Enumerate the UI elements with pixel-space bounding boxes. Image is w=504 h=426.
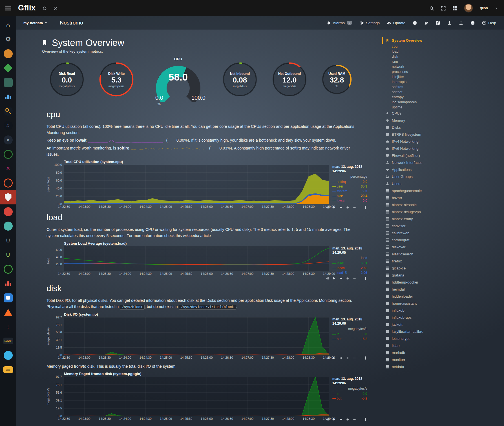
app-red-arrow-icon[interactable]: ↓ — [0, 319, 16, 334]
close-tab-icon[interactable] — [54, 6, 58, 11]
menu-applications[interactable]: Applications — [382, 166, 504, 173]
chart-resize-handle[interactable] — [364, 205, 367, 209]
legend-nice[interactable]: — nice20.4 — [332, 194, 367, 198]
menu-binhex-delugevpn[interactable]: binhex-delugevpn — [382, 208, 504, 215]
app-pink-x-icon[interactable]: × — [0, 161, 16, 176]
menu-home-assistant[interactable]: home-assistant — [382, 300, 504, 307]
menu-user-groups[interactable]: User Groups — [382, 173, 504, 180]
app-lightning-orb-icon[interactable] — [0, 147, 16, 161]
alarms-button[interactable]: Alarms2 — [327, 21, 352, 25]
chart-play-button[interactable] — [333, 417, 336, 421]
chart-zoom-in-button[interactable] — [346, 276, 349, 280]
legend-out[interactable]: — out-5.3 — [332, 337, 367, 342]
facebook-button[interactable] — [436, 21, 440, 25]
print-button[interactable] — [470, 21, 475, 25]
legend-out[interactable]: — out-5.2 — [332, 396, 367, 401]
chart-zoom-out-button[interactable] — [353, 356, 356, 360]
help-button[interactable]: Help — [482, 21, 496, 25]
chart-zoom-in-button[interactable] — [346, 417, 349, 421]
menu-ipc-semaphores[interactable]: ipc semaphores — [382, 100, 504, 105]
refresh-tab-icon[interactable] — [43, 6, 47, 11]
menu-diskover[interactable]: diskover — [382, 244, 504, 251]
twitter-button[interactable] — [424, 21, 428, 25]
fullscreen-icon[interactable] — [441, 5, 446, 10]
menu-influxdb[interactable]: influxdb — [382, 307, 504, 314]
app-dark-x-icon[interactable]: × — [0, 133, 16, 147]
chart-play-button[interactable] — [333, 276, 336, 280]
chart-resize-handle[interactable] — [364, 276, 367, 280]
menu-influxdb-ups[interactable]: influxdb-ups — [382, 314, 504, 321]
chart-fast-forward-button[interactable] — [339, 356, 342, 360]
chart-plot-area[interactable]: 14:22:3014:23:0014:23:3014:24:0014:24:30… — [64, 377, 329, 416]
menu-binhex-emby[interactable]: binhex-emby — [382, 215, 504, 222]
legend-load5[interactable]: — load52.68 — [332, 266, 367, 271]
chart-zoom-out-button[interactable] — [353, 276, 356, 280]
app-sab-icon[interactable]: sab — [0, 362, 16, 377]
app-window-tile-icon[interactable] — [0, 291, 16, 305]
menu-disks[interactable]: Disks — [382, 124, 504, 131]
menu-hiddenloader[interactable]: hiddenloader — [382, 293, 504, 300]
menu-letsencrypt[interactable]: letsencrypt — [382, 335, 504, 342]
legend-load15[interactable]: — load152.06 — [332, 271, 367, 275]
app-droplet-icon[interactable] — [0, 348, 16, 362]
menu-btrfs-filesystem[interactable]: BTRFS filesystem — [382, 131, 504, 138]
chart-system-cpu[interactable]: Total CPU utilization (system.cpu) perce… — [47, 160, 367, 204]
caret-down-icon[interactable] — [495, 6, 498, 11]
app-traffic-bars-icon[interactable] — [0, 276, 16, 291]
app-search-orb-icon[interactable] — [0, 104, 16, 118]
legend-system[interactable]: — system2.3 — [332, 189, 367, 194]
menu-ram[interactable]: ram — [382, 59, 504, 64]
github-button[interactable] — [413, 21, 417, 25]
chart-system-load[interactable]: System Load Average (system.load) load 6… — [47, 241, 367, 275]
app-orange-orb-icon[interactable] — [0, 46, 16, 61]
chart-fast-forward-button[interactable] — [339, 417, 342, 421]
chart-zoom-in-button[interactable] — [346, 205, 349, 209]
menu-network-interfaces[interactable]: Network Interfaces — [382, 159, 504, 166]
chart-zoom-out-button[interactable] — [353, 205, 356, 209]
used-ram-gauge[interactable]: Used RAM32.8% — [321, 64, 353, 96]
chart-zoom-out-button[interactable] — [353, 417, 356, 421]
chart-rewind-button[interactable] — [326, 417, 329, 421]
menu-firewall-netfilter[interactable]: Firewall (netfilter) — [382, 152, 504, 159]
menu-binhex-airsonic[interactable]: binhex-airsonic — [382, 201, 504, 208]
menu-hddtemp-docker[interactable]: hddtemp-docker — [382, 279, 504, 286]
menu-chronograf[interactable]: chronograf — [382, 237, 504, 244]
menu-grafana[interactable]: grafana — [382, 272, 504, 279]
app-red-cluster-icon[interactable] — [0, 204, 16, 219]
settings-gear-icon[interactable]: ⚙ — [0, 32, 16, 46]
chart-rewind-button[interactable] — [326, 276, 329, 280]
menu-idlejitter[interactable]: idlejitter — [382, 74, 504, 79]
menu-interrupts[interactable]: interrupts — [382, 79, 504, 84]
menu-system-overview[interactable]: System Overview — [382, 37, 504, 44]
app-green-diamond-icon[interactable] — [0, 61, 16, 75]
menu-ipv6-networking[interactable]: IPv6 Networking — [382, 145, 504, 152]
menu-memory[interactable]: Memory — [382, 117, 504, 124]
menu-ipv4-networking[interactable]: IPv4 Networking — [382, 138, 504, 145]
menu-entropy[interactable]: entropy — [382, 95, 504, 100]
legend-user[interactable]: — user35.3 — [332, 184, 367, 189]
menu-lidarr[interactable]: lidarr — [382, 342, 504, 349]
menu-softnet[interactable]: softnet — [382, 90, 504, 95]
app-teal-dots-icon[interactable] — [0, 219, 16, 233]
hamburger-menu-button[interactable] — [5, 5, 11, 12]
menu-softirqs[interactable]: softirqs — [382, 84, 504, 90]
chart-fast-forward-button[interactable] — [339, 205, 342, 209]
menu-mariadb[interactable]: mariadb — [382, 349, 504, 356]
menu-cpu[interactable]: cpu — [382, 44, 504, 49]
chart-plot-area[interactable]: 14:22:3014:23:0014:23:3014:24:0014:24:30… — [64, 317, 329, 355]
apps-grid-icon[interactable] — [452, 5, 457, 10]
app-lazy-badge-icon[interactable]: LAZY — [0, 334, 16, 348]
import-snapshot-button[interactable] — [447, 21, 452, 25]
settings-button[interactable]: Settings — [360, 21, 380, 25]
menu-cpus[interactable]: CPUs — [382, 110, 504, 117]
menu-gitlab-ce[interactable]: gitlab-ce — [382, 265, 504, 272]
menu-heimdall[interactable]: heimdall — [382, 286, 504, 293]
chart-plot-area[interactable]: 14:22:3014:23:0014:23:3014:24:0014:24:30… — [64, 165, 329, 204]
cpu-gauge[interactable]: CPU 58.0 0.0100.0% — [148, 57, 208, 103]
app-gitlab-icon[interactable] — [0, 305, 16, 319]
home-icon[interactable]: ⌂ — [0, 18, 16, 32]
menu-network[interactable]: network — [382, 64, 504, 69]
chart-rewind-button[interactable] — [326, 205, 329, 209]
chart-rewind-button[interactable] — [326, 356, 329, 360]
update-button[interactable]: Update — [387, 21, 406, 25]
